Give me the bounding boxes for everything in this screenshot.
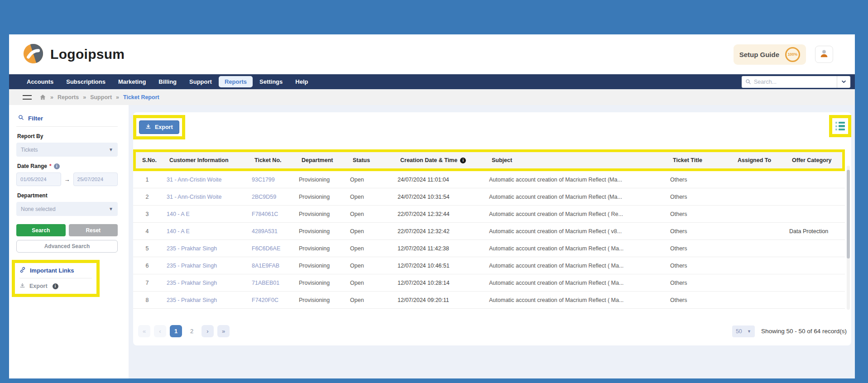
col-subject[interactable]: Subject [492,157,673,163]
pagination-bar: « ‹ 12 › » 50 ▼ Showing 50 - 50 of 64 re… [133,325,851,337]
search-scope-dropdown[interactable] [837,76,850,88]
menu-toggle-icon[interactable] [23,95,32,100]
next-page-button[interactable]: › [201,325,214,337]
col-sno[interactable]: S.No. [142,157,169,163]
search-button[interactable]: Search [16,224,66,236]
table-scrollbar[interactable] [847,166,850,310]
last-page-button[interactable]: » [217,325,230,337]
col-ticket-title[interactable]: Ticket Title [673,157,738,163]
page-button-1[interactable]: 1 [170,325,182,337]
cell-status: Open [350,280,398,286]
content-area: Export [129,105,855,378]
home-icon[interactable] [39,94,46,101]
logo[interactable]: Logoipsum [23,43,125,66]
creation-date-info-icon[interactable]: i [460,158,466,163]
nav-item-help[interactable]: Help [289,76,314,87]
col-department[interactable]: Department [302,157,353,163]
col-assigned-to[interactable]: Assigned To [738,157,792,163]
cell-status: Open [350,228,398,235]
cell-ticket_no[interactable]: 8A1E9FAB [252,263,299,269]
search-input[interactable] [754,79,837,85]
cell-status: Open [350,297,398,303]
col-ticket-no[interactable]: Ticket No. [254,157,302,163]
setup-guide-button[interactable]: Setup Guide 100% [734,44,806,65]
scrollbar-thumb[interactable] [847,170,850,259]
first-page-button[interactable]: « [138,325,150,337]
chevron-down-icon: ▼ [109,147,113,152]
cell-customer[interactable]: 235 - Prakhar Singh [167,280,252,286]
col-creation-date-time[interactable]: Creation Date & Timei [400,157,492,163]
cell-customer[interactable]: 235 - Prakhar Singh [167,245,252,252]
reset-button[interactable]: Reset [69,224,118,236]
date-range-info-icon[interactable]: i [54,163,60,169]
cell-ticket_title: Others [670,211,735,217]
cell-status: Open [350,194,398,200]
department-select[interactable]: None selected ▼ [16,202,118,216]
page-size-select[interactable]: 50 ▼ [732,326,755,337]
main-navbar: AccountsSubscriptionsMarketingBillingSup… [9,74,855,89]
cell-customer[interactable]: 140 - A E [167,211,252,217]
cell-ticket_no[interactable]: F784061C [252,211,299,217]
col-status[interactable]: Status [353,157,400,163]
nav-item-support[interactable]: Support [183,76,218,87]
report-by-select[interactable]: Tickets ▼ [16,143,118,157]
cell-department: Provisioning [299,280,350,286]
breadcrumb-item-support[interactable]: Support [90,94,112,101]
cell-ticket_title: Others [670,297,735,303]
date-to-input[interactable] [73,172,118,186]
cell-sno: 3 [139,211,158,217]
cell-ticket_no[interactable]: 93C1799 [252,177,299,183]
col-offer-category[interactable]: Offer Category [792,157,846,163]
table-row[interactable]: 6235 - Prakhar Singh8A1E9FABProvisioning… [133,257,845,274]
filter-sidebar: Filter Report By Tickets ▼ Date Range* i… [9,105,129,378]
page-button-2[interactable]: 2 [186,325,198,337]
export-info-icon[interactable]: i [53,283,58,289]
table-row[interactable]: 7235 - Prakhar Singh71ABEB01Provisioning… [133,274,845,292]
cell-department: Provisioning [299,245,350,252]
setup-progress-badge: 100% [785,47,800,62]
export-button[interactable]: Export [139,120,179,134]
cell-ticket_no[interactable]: F6C6D6AE [252,245,299,252]
person-icon [819,48,829,60]
cell-ticket_title: Others [670,263,735,269]
nav-item-billing[interactable]: Billing [153,76,182,87]
table-row[interactable]: 5235 - Prakhar SinghF6C6D6AEProvisioning… [133,240,845,257]
nav-item-settings[interactable]: Settings [254,76,288,87]
cell-customer[interactable]: 235 - Prakhar Singh [167,297,252,303]
advanced-search-button[interactable]: Advanced Search [16,240,118,253]
cell-ticket_no[interactable]: 2BC9D59 [252,194,299,200]
important-links-title: Important Links [30,267,74,274]
user-avatar-button[interactable] [815,46,833,63]
nav-item-accounts[interactable]: Accounts [21,76,59,87]
sidebar-export-link[interactable]: Export i [19,278,92,290]
pager: « ‹ 12 › » [138,325,230,337]
column-list-highlight [829,115,851,137]
table-row[interactable]: 231 - Ann-Cristin Woite2BC9D59Provisioni… [133,188,845,206]
cell-status: Open [350,245,398,252]
cell-ticket_no[interactable]: 4289A531 [252,228,299,235]
date-from-input[interactable] [16,172,61,186]
table-row[interactable]: 131 - Ann-Cristin Woite93C1799Provisioni… [133,171,845,188]
cell-customer[interactable]: 140 - A E [167,228,252,235]
previous-page-button[interactable]: ‹ [154,325,166,337]
nav-item-marketing[interactable]: Marketing [112,76,152,87]
cell-department: Provisioning [299,211,350,217]
breadcrumb-item-reports[interactable]: Reports [58,94,79,101]
table-row[interactable]: 4140 - A E4289A531ProvisioningOpen22/07/… [133,223,845,240]
table-row[interactable]: 8235 - Prakhar SinghF7420F0CProvisioning… [133,292,845,309]
cell-ticket_no[interactable]: F7420F0C [252,297,299,303]
column-list-icon[interactable] [834,120,846,132]
cell-customer[interactable]: 235 - Prakhar Singh [167,263,252,269]
nav-item-subscriptions[interactable]: Subscriptions [60,76,111,87]
breadcrumb: » Reports » Support » Ticket Report [9,89,855,105]
table-row[interactable]: 3140 - A EF784061CProvisioningOpen22/07/… [133,206,845,223]
col-customer-information[interactable]: Customer Information [169,157,254,163]
cell-customer[interactable]: 31 - Ann-Cristin Woite [167,194,252,200]
cell-status: Open [350,211,398,217]
nav-item-reports[interactable]: Reports [219,76,253,87]
page-size-value: 50 [736,328,742,335]
important-links-heading[interactable]: Important Links [19,267,92,278]
cell-customer[interactable]: 31 - Ann-Cristin Woite [167,177,252,183]
cell-sno: 7 [139,280,158,286]
cell-ticket_no[interactable]: 71ABEB01 [252,280,299,286]
